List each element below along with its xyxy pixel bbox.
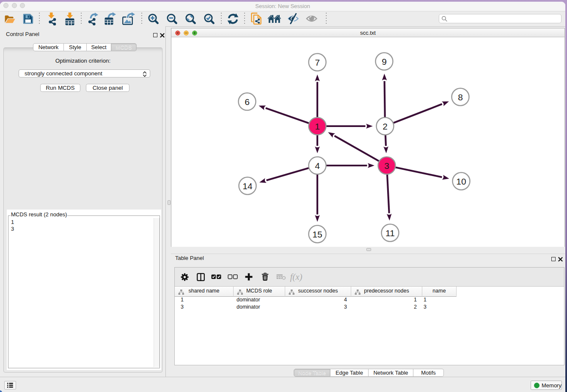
export-table-icon (104, 12, 118, 25)
open-session-button[interactable] (3, 11, 16, 26)
delete-column-button[interactable] (261, 268, 269, 286)
save-icon (23, 14, 33, 24)
vertical-splitter-grip[interactable] (168, 200, 171, 205)
search-input[interactable] (449, 15, 559, 23)
toolbar-separator (244, 13, 245, 25)
save-session-button[interactable] (22, 11, 33, 26)
tab-edge-table[interactable]: Edge Table (330, 369, 369, 377)
export-table-button[interactable] (104, 11, 118, 26)
show-all-button[interactable] (306, 11, 317, 26)
column-header-name[interactable]: name (422, 287, 457, 296)
table-panel-close-icon[interactable] (558, 257, 563, 262)
node-label-6: 6 (245, 97, 250, 107)
control-panel-float-icon[interactable] (153, 33, 157, 37)
deselect-all-button[interactable] (228, 268, 238, 286)
zoom-in-button[interactable] (148, 11, 159, 26)
toolbar-separator (81, 13, 82, 25)
zoom-out-button[interactable] (166, 11, 178, 26)
gear-icon (181, 273, 189, 281)
network-overview-button[interactable] (267, 11, 281, 26)
table-settings-button[interactable] (180, 268, 189, 286)
tab-mcds[interactable]: MCDS (111, 43, 137, 51)
edge-arrow-4-14 (259, 178, 267, 183)
unchecked-boxes-icon (228, 274, 238, 279)
table-cell-r0c4[interactable]: 1 (424, 296, 453, 304)
edge-arrow-3-1 (328, 132, 335, 138)
documents-share-icon (250, 12, 262, 25)
tab-style[interactable]: Style (64, 43, 87, 51)
node-label-1: 1 (315, 121, 320, 131)
column-label: shared name (175, 288, 233, 294)
table-panel-float-icon[interactable] (551, 257, 556, 261)
export-network-button[interactable] (87, 11, 100, 26)
table-cell-r1c0[interactable]: 3 (181, 304, 227, 311)
table-cell-r1c1[interactable]: dominator (237, 304, 283, 311)
table-cell-r1c4[interactable]: 3 (424, 304, 453, 311)
plus-icon (245, 273, 253, 281)
node-label-10: 10 (456, 177, 466, 186)
control-panel: Control Panel Network Style Select MCDS … (0, 26, 166, 377)
edge-arrow-3-10 (442, 175, 449, 179)
optimization-criterion-select[interactable]: strongly connected component (19, 69, 150, 77)
table-cell-r1c2[interactable]: 3 (297, 304, 347, 311)
zoom-out-icon (166, 13, 178, 25)
import-table-button[interactable] (64, 11, 76, 26)
zoom-fit-icon (185, 13, 196, 25)
mcds-result-title: MCDS result (2 nodes) (11, 211, 67, 218)
import-network-button[interactable] (46, 11, 58, 26)
table-cell-r0c2[interactable]: 4 (297, 296, 347, 304)
panel-list-button[interactable] (4, 381, 16, 389)
run-mcds-button[interactable]: Run MCDS (40, 84, 80, 92)
mcds-result-scrollbar[interactable] (154, 218, 160, 367)
delete-table-button[interactable] (276, 268, 286, 286)
network-canvas[interactable]: 1234678910111415 (171, 37, 564, 247)
table-cell-r0c1[interactable]: dominator (237, 296, 283, 304)
main-toolbar (0, 11, 565, 27)
column-header-shared-name[interactable]: shared name (175, 287, 234, 296)
toolbar-separator (221, 13, 222, 25)
tab-select[interactable]: Select (87, 43, 111, 51)
mcds-result-values: 1 3 (11, 219, 14, 232)
import-network-icon (46, 12, 58, 25)
table-cell-r0c0[interactable]: 1 (181, 296, 227, 304)
node-label-3: 3 (384, 161, 389, 171)
horizontal-splitter-grip[interactable] (366, 248, 371, 251)
add-column-button[interactable] (245, 268, 253, 286)
app-title: Session: New Session (0, 3, 565, 9)
list-icon (7, 382, 14, 388)
edge-arrow-4-3 (368, 163, 374, 168)
select-all-button[interactable] (211, 268, 221, 286)
column-header-predecessor-nodes[interactable]: predecessor nodes (351, 287, 422, 296)
tab-motifs[interactable]: Motifs (413, 369, 444, 377)
column-header-MCDS-role[interactable]: MCDS role (234, 287, 285, 296)
table-cell-r1c3[interactable]: 2 (361, 304, 417, 311)
export-image-icon (122, 12, 136, 25)
column-label: successor nodes (285, 288, 351, 294)
close-panel-button[interactable]: Close panel (86, 84, 129, 92)
edge-arrow-1-6 (259, 105, 266, 110)
tab-node-table[interactable]: Node Table (294, 369, 330, 377)
eye-hidden-icon (287, 13, 299, 24)
app-titlebar: Session: New Session (0, 2, 565, 11)
hide-selected-button[interactable] (287, 11, 299, 26)
zoom-selected-button[interactable] (204, 11, 215, 26)
table-header: shared nameMCDS rolesuccessor nodesprede… (175, 287, 457, 297)
table-panel-box: f(x) shared nameMCDS rolesuccessor nodes… (174, 267, 564, 365)
column-header-successor-nodes[interactable]: successor nodes (285, 287, 351, 296)
zoom-fit-button[interactable] (185, 11, 196, 26)
table-cell-r0c3[interactable]: 1 (361, 296, 417, 304)
node-label-9: 9 (382, 57, 387, 66)
tab-network-table[interactable]: Network Table (369, 369, 413, 377)
control-panel-close-icon[interactable] (160, 33, 165, 38)
refresh-view-button[interactable] (227, 11, 239, 26)
edge-arrow-3-11 (387, 214, 392, 221)
toolbar-separator (39, 13, 40, 25)
tab-network[interactable]: Network (33, 43, 64, 51)
function-builder-button[interactable]: f(x) (289, 268, 304, 286)
export-image-button[interactable] (122, 11, 136, 26)
import-table-icon (64, 12, 76, 25)
table-toolbar: f(x) (175, 268, 564, 287)
clone-network-button[interactable] (250, 11, 262, 26)
split-view-button[interactable] (196, 268, 205, 286)
memory-button[interactable]: Memory (531, 381, 562, 390)
